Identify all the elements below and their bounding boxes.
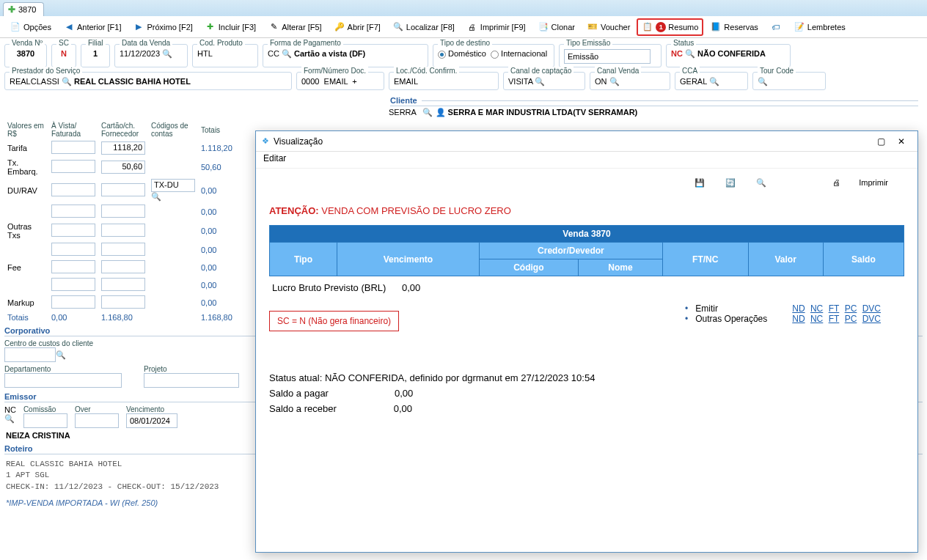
- table-row: Outras Txs 0,00: [4, 221, 242, 241]
- proximo-label: Próximo [F2]: [147, 23, 192, 32]
- link-pc[interactable]: PC: [845, 303, 857, 314]
- link-nc-2[interactable]: NC: [810, 314, 823, 324]
- search-icon[interactable]: 🔍: [709, 77, 719, 86]
- resumo-button[interactable]: 📋1Resumo: [637, 18, 703, 36]
- canal-capt-value: VISITA: [508, 77, 532, 86]
- tag-button[interactable]: 🏷: [765, 18, 787, 36]
- note-icon: 📝: [794, 21, 805, 33]
- zoom-icon[interactable]: 🔍: [753, 174, 769, 191]
- forma-pag-label: Forma de Pagamento: [268, 39, 343, 47]
- search-icon[interactable]: 🔍: [4, 414, 16, 424]
- link-nd[interactable]: ND: [792, 303, 805, 314]
- abrir-button[interactable]: 🔑Abrir [F7]: [329, 18, 386, 36]
- clonar-button[interactable]: 📑Clonar: [532, 18, 580, 36]
- centro-custos-input[interactable]: [4, 347, 56, 362]
- cca-value: GERAL: [680, 77, 707, 86]
- venc-input[interactable]: [126, 413, 177, 428]
- over-input[interactable]: [75, 413, 119, 428]
- warn-prefix: ATENÇÃO:: [269, 205, 319, 216]
- proximo-button[interactable]: ▶Próximo [F2]: [128, 18, 197, 36]
- totais-v2: 1.168,80: [98, 312, 148, 323]
- save-icon[interactable]: 💾: [692, 174, 708, 191]
- resumo-label: Resumo: [668, 23, 698, 32]
- emit-block: • Emitir ND NC FT PC DVC • Outras Operaç…: [685, 303, 882, 324]
- form-num-doc-code: 0000: [301, 77, 319, 86]
- col-codigos: Códigos de contas: [148, 120, 198, 139]
- link-ft[interactable]: FT: [829, 303, 840, 314]
- loc-cod-label: Loc./Cód. Confirm.: [394, 67, 459, 75]
- search-icon[interactable]: 🔍: [758, 77, 768, 86]
- emissor-code: NC: [4, 405, 16, 414]
- search-icon[interactable]: 🔍: [609, 77, 620, 86]
- print-icon[interactable]: 🖨: [828, 174, 844, 191]
- link-nd-2[interactable]: ND: [792, 314, 805, 324]
- link-dvc-2[interactable]: DVC: [862, 314, 881, 324]
- link-dvc[interactable]: DVC: [862, 303, 881, 314]
- radio-domestico[interactable]: [438, 51, 446, 59]
- imprimir-button[interactable]: 🖨Imprimir [F9]: [461, 18, 531, 36]
- th-tipo: Tipo: [270, 243, 337, 276]
- search-icon[interactable]: 🔍: [56, 350, 66, 359]
- lembretes-button[interactable]: 📝Lembretes: [788, 18, 851, 36]
- alterar-button[interactable]: ✎Alterar [F5]: [263, 18, 326, 36]
- col-avista: À Vista/ Faturada: [48, 120, 98, 139]
- totais-v1: 0,00: [48, 312, 98, 323]
- app-icon: ❖: [262, 136, 269, 146]
- maximize-button[interactable]: ▢: [871, 133, 891, 150]
- departamento-label: Departamento: [4, 365, 136, 373]
- lucro-value: 0,00: [402, 282, 420, 293]
- opcoes-button[interactable]: 📄Opções: [4, 18, 56, 36]
- canal-venda-label: Canal Venda: [595, 67, 641, 75]
- projeto-input[interactable]: [144, 373, 239, 388]
- refresh-icon[interactable]: 🔄: [722, 174, 739, 191]
- tab-active[interactable]: ✚ 3870: [3, 2, 44, 16]
- link-nc[interactable]: NC: [810, 303, 823, 314]
- departamento-input[interactable]: [4, 373, 122, 388]
- table-row: Tx. Embarq. 50,60 50,60: [4, 157, 242, 177]
- visualizacao-dialog: ❖ Visualização ▢ ✕ Editar 💾 🔄 🔍 🖨 Imprim…: [255, 130, 918, 553]
- anterior-button[interactable]: ◀Anterior [F1]: [58, 18, 127, 36]
- link-ft-2[interactable]: FT: [829, 314, 840, 324]
- table-row: Markup 0,00: [4, 294, 242, 312]
- summary-icon: 📋: [642, 21, 653, 33]
- tipo-destino-label: Tipo de destino: [438, 39, 492, 47]
- reservas-button[interactable]: 📘Reservas: [705, 18, 763, 36]
- totais-label: Totais: [4, 312, 48, 323]
- search-icon[interactable]: 🔍: [422, 108, 433, 117]
- cliente-heading-text: Cliente: [390, 96, 417, 105]
- comissao-input[interactable]: [23, 413, 67, 428]
- bullet-icon: •: [685, 314, 688, 324]
- radio-internacional[interactable]: [491, 51, 499, 59]
- search-icon[interactable]: 🔍: [535, 77, 545, 86]
- link-pc-2[interactable]: PC: [845, 314, 857, 324]
- search-icon[interactable]: 🔍: [282, 49, 292, 58]
- search-icon[interactable]: 🔍: [162, 49, 172, 58]
- tipo-emissao-label: Tipo Emissão: [564, 39, 612, 47]
- sale-table: Venda 3870 Tipo Vencimento Credor/Devedo…: [269, 225, 904, 276]
- th-credev: Credor/Devedor: [479, 243, 662, 259]
- status-code: NC: [671, 49, 683, 58]
- tipo-emissao-select[interactable]: [564, 49, 651, 64]
- prestador-label: Prestador do Serviço: [10, 67, 82, 75]
- list-icon: 📄: [10, 21, 21, 33]
- search-icon[interactable]: 🔍: [685, 49, 695, 58]
- outras-label: Outras Operações: [695, 314, 783, 324]
- saldo-pagar-label: Saldo a pagar: [269, 388, 329, 399]
- search-icon[interactable]: 🔍: [62, 77, 72, 86]
- tab-label: 3870: [18, 5, 36, 14]
- voucher-button[interactable]: 🎫Voucher: [582, 18, 635, 36]
- localizar-button[interactable]: 🔍Localizar [F8]: [387, 18, 460, 36]
- dialog-title: Visualização: [274, 136, 871, 147]
- plus-button[interactable]: +: [352, 77, 356, 86]
- incluir-button[interactable]: ✚Incluir [F3]: [199, 18, 261, 36]
- col-cartao: Cartão/ch. Fornecedor: [98, 120, 148, 139]
- close-button[interactable]: ✕: [891, 133, 912, 150]
- venda-no-label: Venda Nº: [10, 39, 45, 47]
- menu-editar[interactable]: Editar: [263, 153, 286, 163]
- filial-value: 1: [86, 49, 105, 58]
- alterar-label: Alterar [F5]: [282, 23, 321, 32]
- centro-custos-label: Centro de custos do cliente: [4, 339, 246, 347]
- canal-venda-value: ON: [595, 77, 607, 86]
- imprimir-label[interactable]: Imprimir: [859, 178, 888, 187]
- cliente-name: SERRA E MAR INDUSTRIA LTDA(TV SERRAMAR): [448, 108, 638, 117]
